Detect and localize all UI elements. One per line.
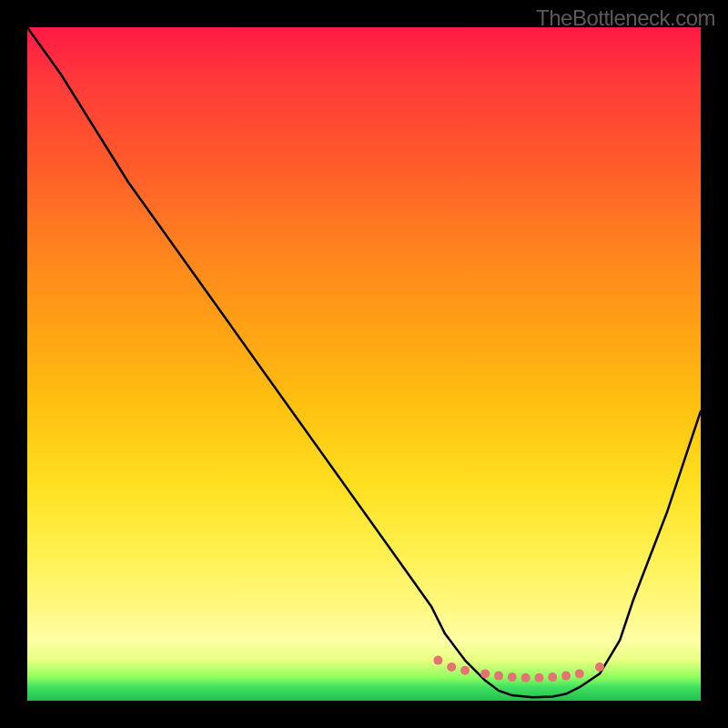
optimal-dot xyxy=(534,673,543,682)
bottleneck-curve-path xyxy=(27,27,701,697)
optimal-dot xyxy=(521,673,531,682)
optimal-dot xyxy=(460,666,470,675)
optimal-dot xyxy=(494,672,503,681)
bottleneck-curve-svg xyxy=(27,27,701,701)
chart-plot-area xyxy=(27,27,701,701)
optimal-dot xyxy=(447,662,456,672)
optimal-region-dots xyxy=(433,656,604,682)
optimal-dot xyxy=(595,662,604,672)
optimal-dot xyxy=(480,669,490,678)
optimal-dot xyxy=(575,669,584,678)
watermark-text: TheBottleneck.com xyxy=(536,5,715,31)
optimal-dot xyxy=(548,672,557,682)
optimal-dot xyxy=(561,672,571,681)
optimal-dot xyxy=(508,672,517,682)
optimal-dot xyxy=(433,656,442,665)
